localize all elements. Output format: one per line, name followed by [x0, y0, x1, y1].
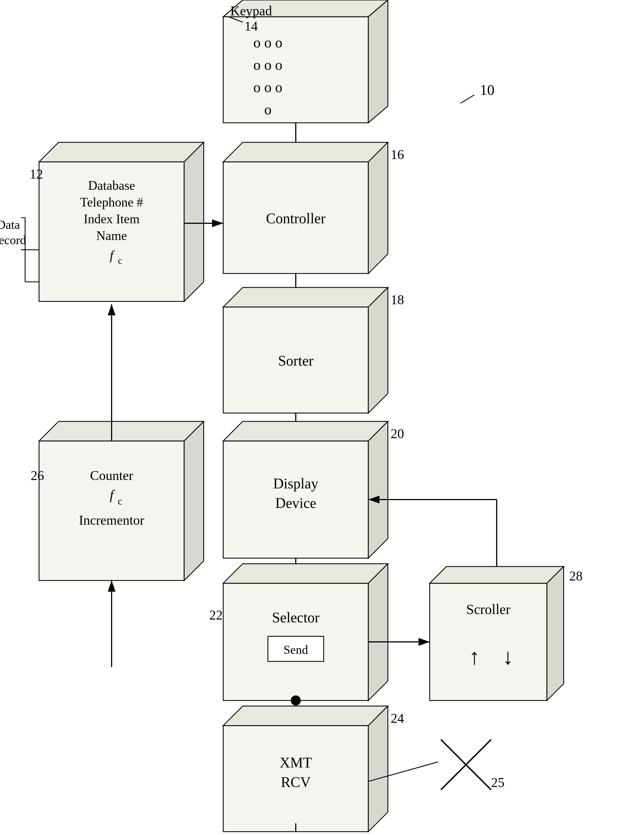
send-button-label[interactable]: Send	[284, 643, 308, 657]
counter-number: 26	[31, 468, 44, 483]
svg-marker-22	[368, 288, 388, 413]
display-label-1: Display	[273, 476, 318, 491]
svg-marker-34	[223, 564, 388, 583]
sorter-number: 18	[391, 292, 404, 307]
antenna-number: 25	[491, 775, 504, 790]
diagram-container: o o o o o o o o o o Keypad 14 Database T…	[0, 0, 644, 835]
db-text-3: Index Item	[84, 212, 140, 226]
svg-marker-17	[368, 142, 388, 273]
xmt-number: 24	[391, 711, 404, 726]
display-label-2: Device	[275, 495, 316, 511]
keypad-dots-row4: o	[264, 102, 271, 117]
svg-marker-21	[223, 288, 388, 307]
svg-marker-43	[547, 567, 564, 700]
keypad-number: 14	[245, 19, 258, 34]
controller-label: Controller	[266, 210, 326, 226]
keypad-label: Keypad	[230, 3, 272, 18]
display-number: 20	[391, 426, 404, 441]
svg-rect-41	[430, 583, 547, 700]
selector-label: Selector	[272, 609, 320, 625]
counter-label-2-sub: c	[118, 495, 122, 507]
db-text-4: Name	[96, 229, 127, 243]
svg-marker-29	[184, 421, 204, 580]
keypad-dots-row3: o o o	[253, 79, 282, 95]
svg-marker-28	[39, 421, 204, 441]
svg-marker-35	[368, 564, 388, 700]
db-number: 12	[29, 167, 43, 181]
svg-line-51	[461, 95, 474, 103]
svg-marker-45	[223, 706, 388, 726]
db-text-2: Telephone #	[80, 195, 143, 209]
keypad-dots-row1: o o o	[253, 35, 282, 50]
keypad-dots-row2: o o o	[253, 57, 282, 73]
svg-marker-16	[223, 142, 388, 162]
main-diagram: o o o o o o o o o o Keypad 14 Database T…	[0, 0, 644, 835]
selector-number: 22	[209, 608, 223, 622]
svg-marker-42	[430, 567, 564, 583]
scroller-down-arrow: ↓	[502, 644, 513, 669]
counter-label-1: Counter	[90, 468, 133, 483]
svg-marker-46	[368, 706, 388, 832]
xmt-label-2: RCV	[281, 774, 311, 790]
scroller-up-arrow: ↑	[469, 644, 480, 669]
db-text-5-sub: c	[118, 255, 122, 266]
svg-marker-8	[39, 142, 204, 162]
data-record-label-1: Data	[0, 218, 20, 232]
svg-marker-4	[368, 0, 388, 123]
ref-number-10: 10	[480, 82, 495, 98]
controller-number: 16	[391, 147, 404, 162]
counter-label-3: Incrementor	[79, 513, 144, 528]
svg-marker-26	[368, 421, 388, 558]
xmt-label-1: XMT	[280, 755, 312, 770]
db-text-1: Database	[88, 178, 135, 193]
svg-marker-9	[184, 142, 204, 301]
svg-marker-25	[223, 421, 388, 441]
sorter-label: Sorter	[278, 353, 313, 369]
scroller-number: 28	[569, 569, 582, 583]
svg-rect-27	[39, 441, 184, 580]
data-record-label-2: Record	[0, 233, 26, 247]
scroller-label: Scroller	[466, 601, 511, 617]
